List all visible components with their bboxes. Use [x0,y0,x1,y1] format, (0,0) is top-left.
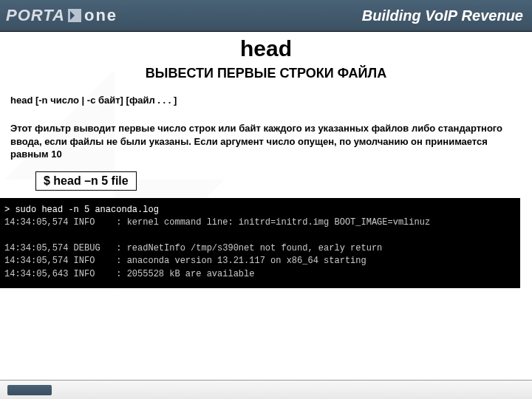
footer-band [0,380,532,399]
logo: PORTA one [6,6,117,25]
logo-text-porta: PORTA [6,6,65,25]
terminal-line: 14:34:05,574 INFO : anaconda version 13.… [4,256,366,266]
description-text: Этот фильтр выводит первые число строк и… [10,122,522,161]
terminal-output: > sudo head -n 5 anaconda.log 14:34:05,5… [0,198,520,288]
header-band: PORTA one Building VoIP Revenue [0,0,532,31]
content-area: head ВЫВЕСТИ ПЕРВЫЕ СТРОКИ ФАЙЛА head [-… [0,32,532,191]
example-command-box: $ head –n 5 file [35,171,137,191]
logo-mark-icon [68,9,81,22]
tagline-prefix: Building Vo [362,7,443,24]
terminal-line: 14:34:05,574 INFO : kernel command line:… [4,217,430,228]
terminal-line: > sudo head -n 5 anaconda.log [4,205,159,215]
tagline-suffix: Revenue [457,7,523,24]
page-subtitle: ВЫВЕСТИ ПЕРВЫЕ СТРОКИ ФАЙЛА [10,66,522,81]
tagline: Building VoIP Revenue [362,7,523,24]
syntax-line: head [-n число | -c байт] [файл . . . ] [10,95,522,106]
footer-chip-icon [7,385,52,395]
page-title: head [10,36,522,61]
terminal-line: 14:34:05,643 INFO : 2055528 kB are avail… [4,269,254,279]
logo-text-one: one [84,6,117,25]
terminal-line: 14:34:05,574 DEBUG : readNetInfo /tmp/s3… [4,243,382,253]
tagline-ip: IP [443,7,457,24]
